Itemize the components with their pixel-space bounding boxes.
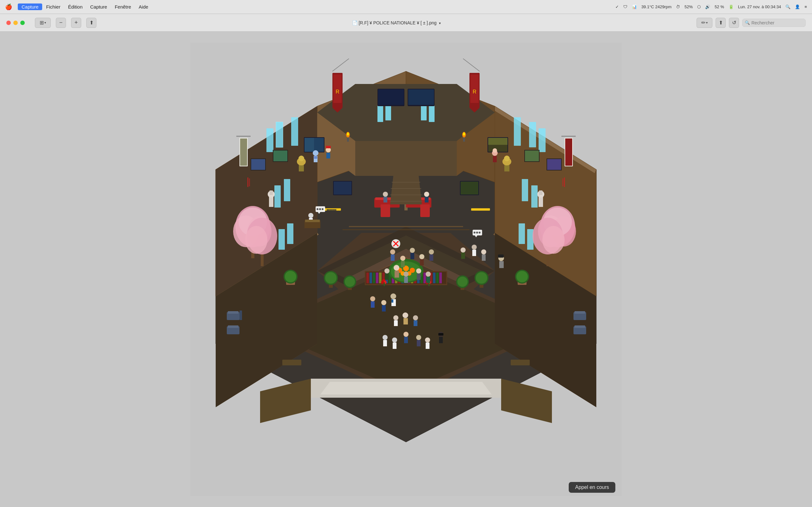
- svg-rect-300: [574, 326, 585, 328]
- svg-rect-294: [240, 311, 242, 320]
- svg-rect-40: [240, 138, 247, 166]
- menubar-right: ✓ 🛡 📊 39.1°C 2429rpm ⏱ 52% ⬡ 🔊 52 % 🔋 Lu…: [615, 4, 807, 9]
- svg-rect-213: [410, 253, 414, 259]
- svg-rect-310: [525, 151, 539, 161]
- menu-fichier[interactable]: Fichier: [42, 3, 64, 10]
- svg-text:R: R: [336, 89, 339, 95]
- svg-rect-106: [436, 273, 439, 283]
- svg-point-183: [381, 281, 384, 284]
- svg-rect-306: [273, 151, 287, 161]
- svg-rect-47: [291, 117, 298, 146]
- zoom-out-button[interactable]: −: [56, 18, 66, 28]
- volume-display: 52 %: [715, 4, 724, 9]
- svg-point-197: [493, 148, 497, 153]
- svg-rect-215: [420, 259, 424, 266]
- svg-point-262: [425, 337, 430, 343]
- svg-rect-253: [414, 320, 417, 326]
- search-input[interactable]: [742, 19, 806, 27]
- svg-point-270: [316, 208, 318, 210]
- svg-point-256: [392, 337, 397, 343]
- svg-point-241: [308, 213, 313, 218]
- svg-rect-313: [564, 177, 565, 187]
- svg-point-272: [322, 208, 323, 210]
- toolbar-right-tools: ✏ ▾ ⬆ ↺ 🔍: [697, 18, 806, 28]
- svg-point-206: [424, 192, 429, 197]
- menu-edition[interactable]: Édition: [64, 3, 86, 10]
- svg-rect-217: [429, 255, 433, 261]
- svg-point-123: [245, 226, 267, 254]
- pencil-icon: ✏: [701, 20, 705, 26]
- zoom-in-button[interactable]: +: [71, 18, 81, 28]
- search-toolbar-icon: 🔍: [745, 20, 750, 25]
- svg-point-69: [463, 132, 465, 135]
- svg-rect-85: [369, 273, 372, 283]
- user-avatar[interactable]: 👤: [795, 4, 800, 9]
- svg-point-180: [516, 271, 528, 282]
- menu-aide[interactable]: Aide: [135, 3, 152, 10]
- svg-rect-223: [404, 277, 408, 283]
- search-menubar-icon[interactable]: 🔍: [785, 4, 791, 9]
- svg-point-275: [473, 232, 475, 233]
- svg-rect-87: [376, 273, 378, 283]
- zoom-out-icon: −: [59, 19, 63, 26]
- stats-icon: 📊: [632, 4, 637, 9]
- svg-rect-227: [426, 277, 430, 283]
- svg-rect-184: [384, 282, 385, 286]
- svg-rect-48: [266, 128, 273, 152]
- svg-rect-207: [425, 197, 428, 203]
- svg-point-222: [403, 272, 409, 277]
- svg-rect-301: [282, 360, 301, 365]
- svg-point-210: [400, 256, 405, 261]
- duplicate-button[interactable]: ⬆: [716, 18, 726, 28]
- svg-rect-155: [334, 181, 351, 194]
- svg-rect-153: [488, 138, 507, 145]
- battery-percent: 52%: [684, 4, 693, 9]
- svg-rect-199: [384, 197, 387, 203]
- svg-rect-31: [334, 74, 342, 103]
- menu-capture[interactable]: Capture: [18, 3, 42, 10]
- apple-menu[interactable]: 🍎: [5, 3, 12, 10]
- svg-rect-35: [470, 74, 478, 103]
- svg-text:R: R: [473, 89, 476, 95]
- minimize-button[interactable]: [13, 20, 18, 25]
- close-button[interactable]: [6, 20, 11, 25]
- svg-point-276: [476, 232, 478, 233]
- svg-point-165: [325, 272, 337, 284]
- vpn-icon: 🛡: [623, 4, 627, 9]
- svg-point-218: [385, 268, 390, 274]
- svg-point-235: [461, 247, 466, 252]
- view-mode-button[interactable]: ⊞ ▾: [35, 18, 51, 28]
- svg-rect-105: [433, 273, 436, 283]
- window-controls: [6, 20, 25, 25]
- svg-rect-302: [511, 360, 530, 365]
- svg-rect-219: [385, 274, 389, 280]
- svg-rect-50: [514, 117, 521, 146]
- svg-rect-52: [284, 179, 290, 201]
- svg-point-237: [472, 245, 477, 250]
- svg-marker-283: [390, 176, 422, 205]
- svg-rect-150: [305, 138, 314, 152]
- svg-rect-107: [439, 273, 442, 283]
- svg-point-220: [394, 265, 399, 271]
- system-check-icon: ✓: [615, 4, 619, 9]
- menu-capture2[interactable]: Capture: [86, 3, 111, 10]
- svg-rect-193: [326, 146, 331, 148]
- svg-rect-244: [305, 220, 320, 222]
- edit-tool-button[interactable]: ✏ ▾: [697, 18, 712, 28]
- svg-point-248: [393, 315, 398, 320]
- svg-rect-261: [417, 340, 420, 346]
- svg-rect-234: [392, 299, 393, 302]
- share-icon: ⬆: [90, 20, 94, 26]
- share-button[interactable]: ⬆: [86, 18, 96, 28]
- svg-rect-58: [519, 223, 525, 244]
- svg-point-168: [345, 277, 355, 287]
- toolbar: ⊞ ▾ − + ⬆ 📄 [R.F] ¥ POLICE NATIONALE ¥ […: [0, 14, 812, 32]
- svg-point-254: [383, 335, 388, 340]
- svg-point-216: [429, 249, 434, 255]
- svg-point-171: [476, 272, 487, 284]
- menubar: 🍎 Capture Fichier Édition Capture Fenêtr…: [0, 0, 812, 14]
- rotate-button[interactable]: ↺: [729, 18, 739, 28]
- menu-fenetre[interactable]: Fenêtre: [111, 3, 135, 10]
- list-menu-icon[interactable]: ≡: [804, 4, 807, 9]
- maximize-button[interactable]: [20, 20, 25, 25]
